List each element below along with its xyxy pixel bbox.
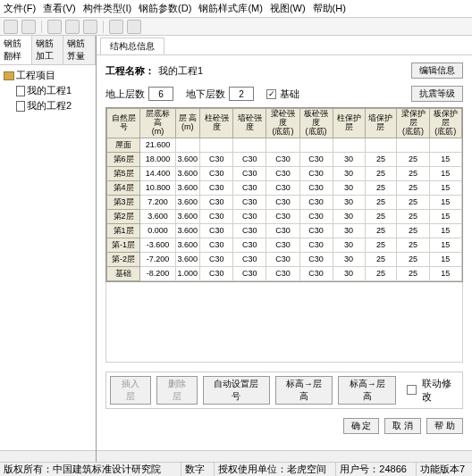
table-cell[interactable]: 25 <box>397 180 429 195</box>
table-cell[interactable]: 25 <box>397 166 429 180</box>
table-header[interactable]: 层底标高(m) <box>140 109 175 138</box>
table-row[interactable]: 基础-8.2001.000C30C30C30C3030252515 <box>107 266 462 280</box>
table-row[interactable]: 第2层3.6003.600C30C30C30C3030252515 <box>107 209 462 223</box>
ok-button[interactable]: 确 定 <box>343 418 380 434</box>
table-cell[interactable]: C30 <box>266 195 299 209</box>
table-cell[interactable] <box>333 138 365 152</box>
table-cell[interactable]: C30 <box>266 238 299 252</box>
toolbar-icon-4[interactable] <box>65 20 80 34</box>
table-cell[interactable]: 30 <box>333 180 365 195</box>
table-cell[interactable]: C30 <box>200 238 233 252</box>
menu-rebar-style[interactable]: 钢筋样式库(M) <box>198 2 263 15</box>
table-cell[interactable]: 25 <box>365 166 397 180</box>
table-cell[interactable]: 15 <box>429 180 461 195</box>
left-scrollbar[interactable] <box>0 450 96 463</box>
table-cell[interactable]: 30 <box>333 195 365 209</box>
table-cell[interactable]: 25 <box>397 223 429 238</box>
table-cell[interactable]: C30 <box>266 166 299 180</box>
menu-file[interactable]: 文件(F) <box>4 2 36 15</box>
tab-rebar-process[interactable]: 钢筋加工 <box>32 36 64 64</box>
table-cell[interactable]: 3.600 <box>175 238 200 252</box>
toolbar-icon-7[interactable] <box>127 20 141 34</box>
table-cell[interactable] <box>266 138 299 152</box>
tab-structure-info[interactable]: 结构总信息 <box>100 38 164 54</box>
table-cell[interactable]: C30 <box>233 209 266 223</box>
table-cell[interactable]: 25 <box>397 152 429 166</box>
table-row[interactable]: 第4层10.8003.600C30C30C30C3030252515 <box>107 180 462 195</box>
toolbar-icon-1[interactable] <box>4 20 18 34</box>
table-cell[interactable]: C30 <box>266 266 299 280</box>
row-header[interactable]: 第3层 <box>107 195 140 209</box>
table-cell[interactable]: 3.600 <box>175 152 200 166</box>
menu-component[interactable]: 构件类型(I) <box>83 2 131 15</box>
table-cell[interactable]: C30 <box>200 195 233 209</box>
table-header[interactable]: 梁保护层(底筋) <box>397 109 429 138</box>
cancel-button[interactable]: 取 消 <box>384 418 421 434</box>
table-cell[interactable]: C30 <box>200 166 233 180</box>
height-to-elev-button[interactable]: 标高→层高 <box>338 376 396 405</box>
table-cell[interactable]: 15 <box>429 238 461 252</box>
table-row[interactable]: 第1层0.0003.600C30C30C30C3030252515 <box>107 223 462 238</box>
row-header[interactable]: 第6层 <box>107 152 140 166</box>
table-cell[interactable]: C30 <box>200 209 233 223</box>
table-row[interactable]: 第5层14.4003.600C30C30C30C3030252515 <box>107 166 462 180</box>
table-cell[interactable]: 3.600 <box>175 195 200 209</box>
floor-table[interactable]: 自然层号层底标高(m)层 高(m)柱砼强度墙砼强度梁砼强度(底筋)板砼强度(底筋… <box>105 107 463 282</box>
table-cell[interactable]: -8.200 <box>140 266 175 280</box>
insert-floor-button[interactable]: 插入层 <box>110 376 151 405</box>
table-cell[interactable]: 25 <box>397 238 429 252</box>
table-cell[interactable]: C30 <box>299 252 333 266</box>
toolbar-icon-6[interactable] <box>109 20 123 34</box>
table-cell[interactable]: -7.200 <box>140 252 175 266</box>
table-cell[interactable]: 30 <box>333 209 365 223</box>
table-cell[interactable]: 3.600 <box>175 252 200 266</box>
table-cell[interactable]: C30 <box>200 180 233 195</box>
table-cell[interactable]: C30 <box>299 209 333 223</box>
table-cell[interactable] <box>397 138 429 152</box>
seismic-level-button[interactable]: 抗震等级 <box>411 86 463 102</box>
table-cell[interactable]: C30 <box>266 180 299 195</box>
table-cell[interactable]: C30 <box>233 223 266 238</box>
table-cell[interactable]: C30 <box>299 195 333 209</box>
table-cell[interactable]: 25 <box>365 223 397 238</box>
table-cell[interactable]: C30 <box>233 152 266 166</box>
table-cell[interactable]: 3.600 <box>175 209 200 223</box>
table-cell[interactable]: C30 <box>200 266 233 280</box>
foundation-checkbox[interactable]: ✓ <box>266 89 276 99</box>
table-cell[interactable]: C30 <box>299 266 333 280</box>
table-cell[interactable]: 3.600 <box>175 166 200 180</box>
tab-rebar-qty[interactable]: 钢筋算量 <box>63 36 96 64</box>
table-header[interactable]: 柱保护层 <box>333 109 365 138</box>
table-cell[interactable] <box>429 138 461 152</box>
row-header[interactable]: 第2层 <box>107 209 140 223</box>
table-cell[interactable]: C30 <box>299 238 333 252</box>
table-cell[interactable]: 25 <box>365 180 397 195</box>
below-floors-input[interactable] <box>229 87 254 101</box>
row-header[interactable]: 第5层 <box>107 166 140 180</box>
table-row[interactable]: 第6层18.0003.600C30C30C30C3030252515 <box>107 152 462 166</box>
table-cell[interactable]: C30 <box>299 166 333 180</box>
table-cell[interactable]: 25 <box>397 252 429 266</box>
table-cell[interactable]: 15 <box>429 166 461 180</box>
elev-to-height-button[interactable]: 标高→层高 <box>275 376 333 405</box>
row-header[interactable]: 基础 <box>107 266 140 280</box>
table-cell[interactable]: C30 <box>200 223 233 238</box>
edit-info-button[interactable]: 编辑信息 <box>411 63 463 79</box>
table-cell[interactable]: 30 <box>333 252 365 266</box>
table-cell[interactable]: 3.600 <box>175 180 200 195</box>
help-button[interactable]: 帮 助 <box>426 418 463 434</box>
table-cell[interactable]: 25 <box>397 266 429 280</box>
table-cell[interactable]: 18.000 <box>140 152 175 166</box>
toolbar-icon-5[interactable] <box>83 20 97 34</box>
table-cell[interactable]: 25 <box>365 195 397 209</box>
table-header[interactable]: 板砼强度(底筋) <box>299 109 333 138</box>
menu-help[interactable]: 帮助(H) <box>313 2 346 15</box>
table-header[interactable]: 板保护层(底筋) <box>429 109 461 138</box>
row-header[interactable]: 第4层 <box>107 180 140 195</box>
table-cell[interactable] <box>299 138 333 152</box>
table-cell[interactable] <box>200 138 233 152</box>
toolbar-icon-3[interactable] <box>47 20 62 34</box>
row-header[interactable]: 第1层 <box>107 223 140 238</box>
table-cell[interactable]: 25 <box>397 209 429 223</box>
table-cell[interactable]: 30 <box>333 223 365 238</box>
